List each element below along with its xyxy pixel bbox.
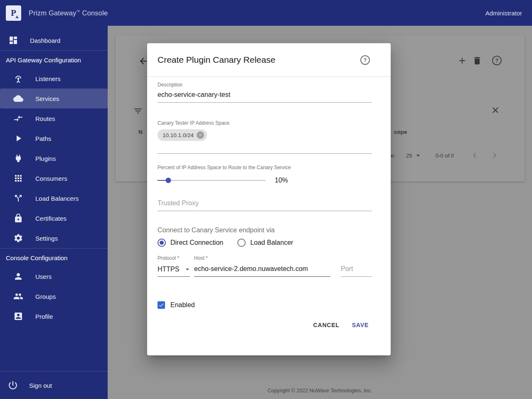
sidebar-item-dashboard[interactable]: Dashboard — [0, 30, 108, 50]
protocol-select[interactable]: HTTPS — [158, 262, 190, 277]
sidebar-item-groups[interactable]: Groups — [0, 286, 108, 306]
ip-space-underline — [158, 153, 372, 154]
sidebar-item-label: Plugins — [35, 155, 56, 162]
app-title-tm: ™ — [76, 9, 80, 13]
radio-unselected-icon — [237, 239, 246, 247]
sidebar-item-label: Consumers — [35, 175, 67, 182]
apps-grid-icon — [13, 173, 23, 183]
description-label: Description — [158, 82, 372, 88]
app-title-suffix: Console — [82, 9, 108, 17]
protocol-value: HTTPS — [158, 266, 179, 273]
dialog-actions: CANCEL SAVE — [158, 318, 372, 332]
chip-remove-icon[interactable] — [197, 131, 204, 139]
user-menu[interactable]: Administrator — [485, 10, 522, 17]
sign-out-button[interactable]: Sign out — [0, 372, 108, 399]
call-split-icon — [13, 193, 23, 203]
sidebar-item-paths[interactable]: Paths — [0, 128, 108, 148]
sidebar-item-label: Profile — [35, 313, 53, 320]
percent-value: 10% — [275, 177, 288, 184]
caret-down-icon — [183, 265, 192, 273]
radio-label: Load Balancer — [250, 239, 293, 246]
checkbox-checked-icon — [158, 301, 165, 309]
sidebar-item-plugins[interactable]: Plugins — [0, 148, 108, 168]
radio-selected-icon — [158, 239, 166, 247]
percent-slider[interactable] — [158, 175, 266, 185]
person-icon — [13, 271, 23, 281]
sidebar-item-label: Routes — [35, 115, 55, 122]
port-input[interactable] — [341, 262, 372, 277]
trusted-proxy-input[interactable] — [158, 196, 372, 211]
protocol-label: Protocol * — [158, 255, 190, 261]
sidebar-item-load-balancers[interactable]: Load Balancers — [0, 188, 108, 208]
people-icon — [13, 291, 23, 301]
sidebar-item-label: Load Balancers — [35, 195, 79, 202]
sidebar-item-label: Services — [35, 95, 59, 102]
sidebar-item-label: Users — [35, 273, 52, 280]
logo-triangle — [15, 15, 19, 18]
host-input[interactable] — [194, 262, 330, 277]
save-button[interactable]: SAVE — [349, 318, 372, 332]
dialog-help-icon[interactable]: ? — [360, 55, 370, 65]
percent-label: Percent of IP Address Space to Route to … — [158, 165, 372, 170]
radio-label: Direct Connection — [170, 239, 223, 246]
dialog-body: Description Canary Tester IP Address Spa… — [147, 77, 391, 332]
enabled-label: Enabled — [170, 301, 195, 309]
sidebar-item-label: Groups — [35, 293, 56, 300]
radio-load-balancer[interactable]: Load Balancer — [237, 239, 293, 247]
sidebar-item-label: Listeners — [35, 75, 61, 82]
app-title: Prizm Gateway™ Console — [29, 9, 108, 17]
badge-icon — [13, 311, 23, 321]
host-label: Host * — [194, 255, 330, 261]
cloud-icon — [13, 94, 23, 103]
radio-direct-connection[interactable]: Direct Connection — [158, 239, 223, 247]
sidebar-item-profile[interactable]: Profile — [0, 306, 108, 326]
swap-arrows-icon — [13, 113, 23, 123]
dialog-header: Create Plugin Canary Release ? — [147, 43, 391, 76]
dashboard-icon — [8, 35, 18, 45]
power-icon — [7, 380, 18, 391]
sidebar-section-api-gateway: API Gateway Configuration — [0, 51, 108, 69]
chip-label: 10.10.1.0/24 — [163, 132, 194, 138]
sidebar-item-consumers[interactable]: Consumers — [0, 168, 108, 188]
help-glyph: ? — [364, 57, 367, 63]
sidebar-section-console: Console Configuration — [0, 249, 108, 266]
sign-out-label: Sign out — [29, 382, 52, 389]
sidebar-item-settings[interactable]: Settings — [0, 228, 108, 248]
dialog-title: Create Plugin Canary Release — [158, 55, 360, 65]
sidebar-item-label: Dashboard — [30, 37, 60, 44]
sidebar-item-label: Certificates — [35, 215, 66, 222]
sidebar-item-users[interactable]: Users — [0, 266, 108, 286]
antenna-icon — [13, 74, 23, 84]
connection-section-label: Connect to Canary Service endpoint via — [158, 226, 372, 234]
lock-icon — [13, 213, 23, 223]
gear-icon — [13, 233, 23, 243]
sidebar-item-label: Settings — [35, 235, 58, 242]
description-input[interactable] — [158, 88, 372, 103]
sidebar-item-routes[interactable]: Routes — [0, 108, 108, 128]
app-title-main: Prizm Gateway — [29, 9, 76, 17]
sidebar-nav: Dashboard API Gateway Configuration List… — [0, 26, 108, 399]
enabled-checkbox[interactable]: Enabled — [158, 300, 372, 310]
sidebar-item-certificates[interactable]: Certificates — [0, 208, 108, 228]
play-icon — [13, 133, 23, 143]
plug-icon — [13, 153, 23, 163]
top-app-bar: P Prizm Gateway™ Console Administrator — [0, 0, 532, 26]
sidebar-item-label: Paths — [35, 135, 51, 142]
prizm-logo-icon: P — [6, 5, 21, 21]
cancel-button[interactable]: CANCEL — [310, 318, 343, 332]
sidebar-item-services[interactable]: Services — [0, 89, 108, 108]
create-canary-release-dialog: Create Plugin Canary Release ? Descripti… — [147, 43, 391, 355]
ip-space-chip[interactable]: 10.10.1.0/24 — [158, 129, 207, 141]
ip-space-label: Canary Tester IP Address Space — [158, 120, 372, 126]
sidebar-item-listeners[interactable]: Listeners — [0, 69, 108, 89]
slider-thumb[interactable] — [166, 178, 171, 183]
slider-track — [158, 180, 266, 181]
